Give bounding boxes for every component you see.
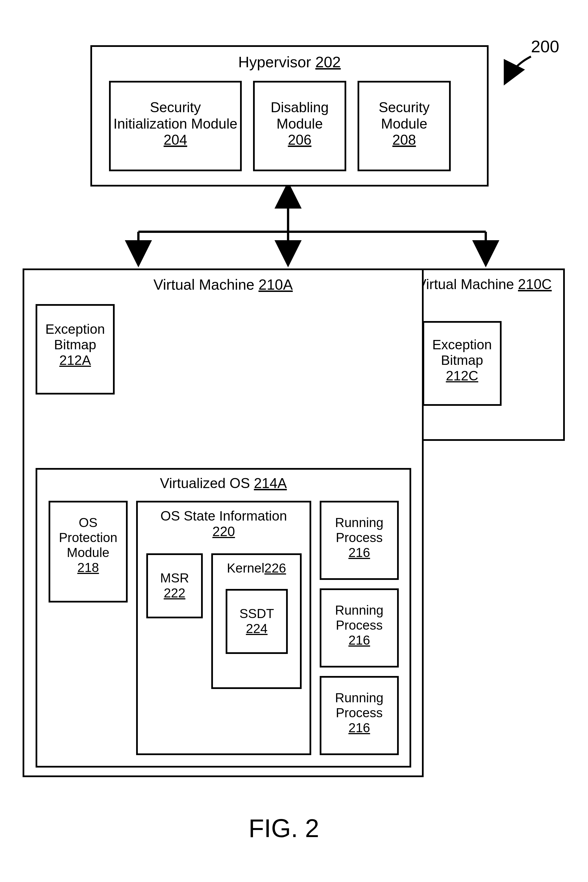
vm-a-os-box: Virtualized OS 214A OS Protection Module… (36, 468, 411, 768)
vm-a-exception-label: Exception Bitmap 212A (37, 321, 113, 368)
ssdt-label: SSDT 224 (227, 606, 286, 636)
vm-a-os-title: Virtualized OS 214A (37, 475, 410, 492)
running-process-1-label: Running Process 216 (321, 515, 397, 560)
figure-caption: FIG. 2 (249, 814, 319, 843)
sec-init-label: Security Initialization Module 204 (111, 99, 240, 148)
vm-a-exception-box: Exception Bitmap 212A (36, 304, 115, 395)
os-state-info-box: OS State Information 220 MSR 222 Kernel2… (136, 501, 311, 755)
vm-c-box: Virtual Machine 210C Exception Bitmap 21… (404, 269, 565, 441)
running-process-1: Running Process 216 (320, 501, 399, 580)
vm-a-title: Virtual Machine 210A (24, 276, 422, 293)
running-process-3-label: Running Process 216 (321, 690, 397, 735)
running-process-3: Running Process 216 (320, 676, 399, 755)
vm-c-exception-label: Exception Bitmap 212C (424, 337, 500, 384)
sec-init-module-box: Security Initialization Module 204 (109, 81, 242, 171)
msr-label: MSR 222 (148, 571, 201, 601)
vm-c-title: Virtual Machine 210C (405, 276, 563, 293)
hypervisor-box: Hypervisor 202 Security Initialization M… (90, 45, 489, 186)
kernel-label: Kernel226 (213, 561, 300, 575)
security-module-box: Security Module 208 (357, 81, 451, 171)
security-module-label: Security Module 208 (359, 99, 449, 148)
vm-a-box: Virtual Machine 210A Exception Bitmap 21… (22, 269, 424, 777)
os-protection-box: OS Protection Module 218 (49, 501, 128, 603)
ssdt-box: SSDT 224 (226, 589, 288, 654)
diagram-ref-num: 200 (531, 37, 559, 56)
hypervisor-title: Hypervisor 202 (92, 53, 487, 71)
os-protection-label: OS Protection Module 218 (50, 515, 126, 575)
os-state-info-title: OS State Information 220 (138, 508, 309, 539)
disabling-label: Disabling Module 206 (255, 99, 345, 148)
running-process-2-label: Running Process 216 (321, 603, 397, 648)
disabling-module-box: Disabling Module 206 (253, 81, 346, 171)
running-process-2: Running Process 216 (320, 588, 399, 667)
kernel-box: Kernel226 SSDT 224 (211, 553, 302, 689)
vm-c-exception-box: Exception Bitmap 212C (423, 321, 502, 406)
msr-box: MSR 222 (146, 553, 203, 618)
